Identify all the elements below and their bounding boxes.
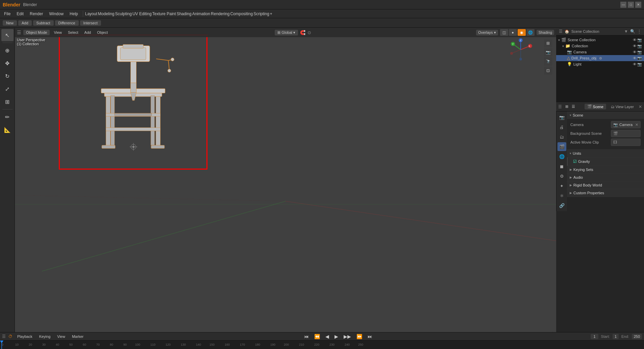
select-tool-button[interactable]: ↖ [1, 29, 14, 41]
prop-icon-1[interactable]: ⊞ [564, 104, 570, 109]
tab-sculpting[interactable]: Sculpting [115, 11, 132, 16]
jump-start-button[interactable]: ⏮ [303, 333, 310, 340]
shading-options-button[interactable]: Shading [537, 30, 554, 35]
rigid-body-header[interactable]: ▶ Rigid Body World [567, 181, 644, 189]
scene-tab[interactable]: 🎬 Scene [585, 104, 606, 109]
visibility-icon[interactable]: 👁 [633, 38, 637, 42]
close-button[interactable]: ✕ [635, 2, 641, 8]
wireframe-shading-btn[interactable]: ◫ [500, 29, 508, 36]
object-mode-selector[interactable]: Object Mode [23, 30, 50, 35]
menu-file[interactable]: File [1, 11, 13, 17]
gravity-checkbox[interactable]: ☑ [573, 159, 577, 164]
scale-tool-button[interactable]: ⤢ [1, 83, 14, 95]
menu-render[interactable]: Render [27, 11, 46, 17]
minimize-button[interactable]: — [620, 2, 626, 8]
rendered-shading-btn[interactable]: 🌐 [526, 29, 535, 36]
jump-end-button[interactable]: ⏭ [366, 333, 374, 340]
cursor-tool-button[interactable]: ⊕ [1, 44, 14, 56]
tab-rendering[interactable]: Rendering [211, 11, 229, 16]
outliner-collection[interactable]: ▾ 📁 Collection 👁 📷 [556, 43, 644, 49]
add-workspace-button[interactable]: + [270, 11, 272, 16]
orientation-gizmo[interactable]: X Y Z [509, 38, 536, 65]
tab-modeling[interactable]: Modeling [98, 11, 115, 16]
world-props-icon[interactable]: 🌐 [558, 152, 566, 161]
keying-menu[interactable]: Keying [37, 334, 53, 339]
prop-close-icon[interactable]: ✕ [639, 104, 642, 109]
render-props-icon[interactable]: 📷 [558, 113, 566, 122]
object-menu[interactable]: Object [95, 30, 110, 35]
bg-scene-value[interactable]: 🎬 [611, 130, 641, 137]
col-vis-icon[interactable]: 👁 [633, 44, 637, 48]
camera-view-button[interactable]: 📷 [544, 48, 552, 56]
object-props-icon[interactable]: ◼ [558, 162, 566, 171]
add-menu[interactable]: Add [82, 30, 93, 35]
viewport-menu-icon[interactable]: ☰ [17, 30, 21, 35]
outliner-filter-icon[interactable]: ▼ [624, 29, 628, 34]
prev-frame-button[interactable]: ⏪ [313, 333, 321, 340]
output-props-icon[interactable]: 🖨 [558, 123, 566, 131]
units-section-header[interactable]: ▾ Units [567, 150, 644, 157]
viewport[interactable]: ☰ Object Mode View Select Add Object ⊞ G… [15, 28, 556, 332]
scene-section-header[interactable]: ▾ Scene [567, 111, 644, 119]
audio-header[interactable]: ▶ Audio [567, 174, 644, 181]
subtract-button[interactable]: Subtract [33, 20, 54, 26]
intersect-button[interactable]: Intersect [80, 20, 101, 26]
window-buttons[interactable]: — □ ✕ [620, 2, 641, 8]
tab-layout[interactable]: Layout [85, 11, 97, 16]
col-render-icon[interactable]: 📷 [637, 44, 642, 48]
play-button[interactable]: ▶ [333, 333, 340, 340]
modifier-props-icon[interactable]: ⚙ [558, 172, 566, 180]
end-frame-input[interactable]: 250 [632, 334, 642, 339]
keying-sets-header[interactable]: ▶ Keying Sets [567, 166, 644, 173]
view-menu[interactable]: View [52, 30, 64, 35]
local-view-button[interactable]: ⊡ [544, 67, 552, 75]
camera-clear-btn[interactable]: ✕ [635, 123, 638, 127]
light-vis[interactable]: 👁 [633, 62, 637, 67]
measure-tool-button[interactable]: 📐 [1, 124, 14, 136]
view-layer-props-icon[interactable]: 🗂 [558, 132, 566, 141]
difference-button[interactable]: Difference [55, 20, 79, 26]
view-menu[interactable]: View [55, 334, 67, 339]
outliner-search-icon[interactable]: 🔍 [630, 29, 635, 34]
transform-tool-button[interactable]: ⊞ [1, 96, 14, 108]
tab-texture-paint[interactable]: Texture Paint [152, 11, 176, 16]
overlays-button[interactable]: Overlays ▾ [476, 30, 498, 35]
annotate-tool-button[interactable]: ✏ [1, 111, 14, 123]
physics-props-icon[interactable]: ⚛ [558, 191, 566, 200]
rotate-tool-button[interactable]: ↻ [1, 70, 14, 82]
custom-props-header[interactable]: ▶ Custom Properties [567, 189, 644, 197]
start-frame-input[interactable]: 1 [613, 334, 619, 339]
marker-menu[interactable]: Marker [70, 334, 85, 339]
cam-vis[interactable]: 👁 [633, 50, 637, 54]
prop-menu-icon[interactable]: ☰ [558, 104, 562, 109]
solid-shading-btn[interactable]: ● [509, 29, 517, 36]
particles-props-icon[interactable]: ✦ [558, 181, 566, 190]
camera-prop-value[interactable]: 📷 Camera ✕ [611, 121, 641, 128]
current-frame-input[interactable]: 1 [591, 334, 598, 339]
view-layer-tab[interactable]: 🗂 View Layer [608, 104, 637, 109]
next-frame-button[interactable]: ⏩ [355, 333, 364, 340]
outliner-scene-collection[interactable]: ▾ 🎬 Scene Collection 👁 📷 [556, 37, 644, 43]
playback-menu[interactable]: Playback [15, 334, 34, 339]
next-keyframe-button[interactable]: ▶▶ [342, 333, 352, 340]
view-3d-button[interactable]: ⊞ [544, 39, 552, 47]
new-button[interactable]: New [3, 20, 17, 26]
active-movie-value[interactable]: 🎞 [611, 139, 641, 146]
select-menu[interactable]: Select [66, 30, 80, 35]
add-button[interactable]: Add [18, 20, 32, 26]
transform-space-selector[interactable]: ⊞ Global ▾ [275, 30, 298, 35]
move-tool-button[interactable]: ✥ [1, 57, 14, 69]
menu-help[interactable]: Help [67, 11, 81, 17]
tab-shading[interactable]: Shading [177, 11, 192, 16]
tab-animation[interactable]: Animation [192, 11, 210, 16]
cam-render[interactable]: 📷 [637, 50, 642, 54]
outliner-options-icon[interactable]: ⋮ [637, 29, 641, 34]
perspective-view-button[interactable]: 🔭 [544, 57, 552, 66]
outliner-light[interactable]: 💡 Light 👁 📷 [556, 61, 644, 67]
prop-icon-2[interactable]: ☰ [570, 104, 576, 109]
render-icon[interactable]: 📷 [637, 38, 642, 42]
timeline-track-area[interactable]: 0 10 20 30 40 50 60 70 80 90 100 110 120… [0, 341, 644, 349]
constraints-props-icon[interactable]: 🔗 [558, 201, 566, 210]
outliner-camera[interactable]: 📷 Camera 👁 📷 [556, 49, 644, 55]
timeline-menu-icon[interactable]: ☰ [2, 334, 6, 339]
